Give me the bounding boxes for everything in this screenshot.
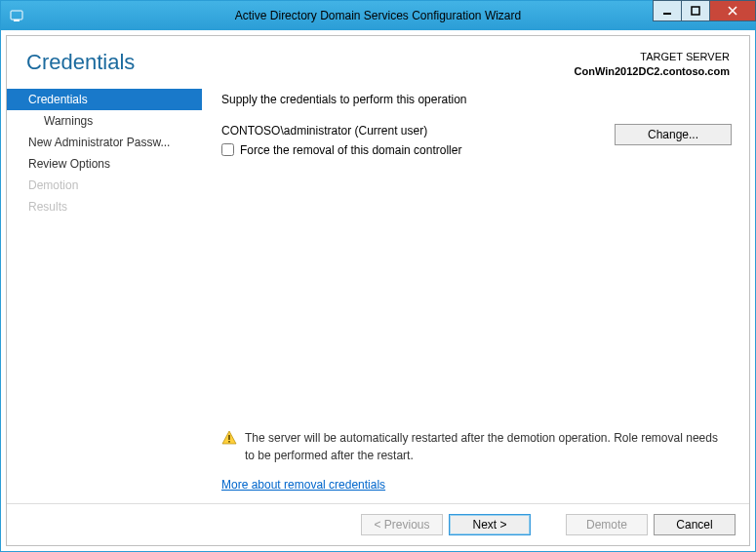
svg-rect-2 [663, 13, 671, 15]
force-removal-text: Force the removal of this domain control… [240, 143, 461, 157]
close-button[interactable] [709, 0, 756, 21]
cancel-button[interactable]: Cancel [654, 514, 736, 535]
svg-rect-3 [692, 7, 699, 15]
nav-step-2[interactable]: New Administrator Passw... [7, 132, 202, 153]
minimize-button[interactable] [653, 0, 682, 21]
titlebar: Active Directory Domain Services Configu… [1, 1, 755, 30]
demote-button[interactable]: Demote [566, 514, 648, 535]
target-server-value: ConWin2012DC2.contoso.com [575, 64, 730, 79]
force-removal-label[interactable]: Force the removal of this domain control… [221, 143, 615, 157]
more-info-link[interactable]: More about removal credentials [221, 478, 732, 492]
svg-rect-1 [14, 20, 20, 21]
nav-step-5: Results [7, 196, 202, 217]
nav-step-0[interactable]: Credentials [7, 89, 202, 110]
wizard-footer: < Previous Next > Demote Cancel [7, 503, 749, 545]
nav-step-3[interactable]: Review Options [7, 153, 202, 175]
maximize-button[interactable] [681, 0, 710, 21]
warning-icon [221, 430, 237, 446]
previous-button[interactable]: < Previous [361, 514, 443, 535]
next-button[interactable]: Next > [449, 514, 531, 535]
page-header: Credentials TARGET SERVER ConWin2012DC2.… [7, 36, 749, 85]
wizard-window: Active Directory Domain Services Configu… [0, 0, 756, 552]
window-title: Active Directory Domain Services Configu… [1, 9, 755, 22]
window-controls [653, 1, 755, 30]
change-credentials-button[interactable]: Change... [615, 124, 732, 145]
target-server-block: TARGET SERVER ConWin2012DC2.contoso.com [575, 50, 730, 79]
page-title: Credentials [26, 50, 575, 75]
content-frame: Credentials TARGET SERVER ConWin2012DC2.… [6, 35, 750, 546]
app-icon [3, 2, 30, 29]
wizard-body: CredentialsWarningsNew Administrator Pas… [7, 85, 749, 503]
instruction-text: Supply the credentials to perform this o… [221, 93, 732, 106]
nav-step-1[interactable]: Warnings [7, 110, 202, 132]
step-nav: CredentialsWarningsNew Administrator Pas… [7, 85, 202, 503]
svg-rect-4 [228, 435, 230, 440]
current-user-text: CONTOSO\administrator (Current user) [221, 124, 615, 138]
warning-row: The server will be automatically restart… [221, 430, 732, 464]
nav-step-4: Demotion [7, 175, 202, 196]
svg-rect-5 [228, 441, 230, 443]
warning-text: The server will be automatically restart… [245, 430, 728, 464]
svg-rect-0 [11, 11, 22, 20]
main-panel: Supply the credentials to perform this o… [202, 85, 749, 503]
force-removal-checkbox[interactable] [221, 143, 234, 156]
target-server-label: TARGET SERVER [575, 50, 730, 64]
